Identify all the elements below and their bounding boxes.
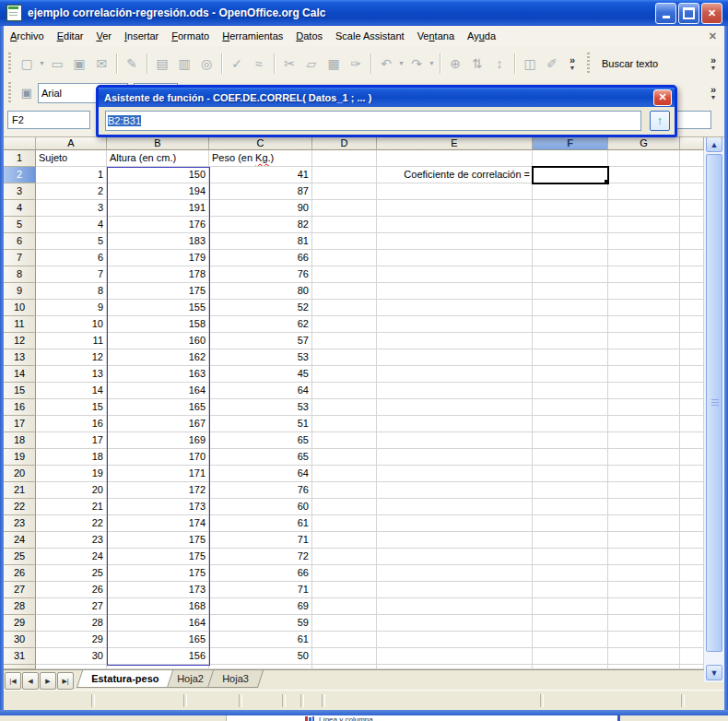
cell-D15[interactable] [312, 383, 377, 399]
cell-D27[interactable] [312, 582, 377, 598]
sheet-tab-estatura-peso[interactable]: Estatura-peso [76, 670, 174, 688]
hyperlink-icon[interactable]: ⊕ [445, 53, 465, 74]
cell-E18[interactable] [377, 432, 533, 449]
row-header-28[interactable]: 28 [4, 598, 36, 615]
cell-B28[interactable]: 168 [107, 598, 209, 615]
cell-A15[interactable]: 14 [36, 383, 107, 399]
column-header-A[interactable]: A [36, 136, 107, 150]
save-icon[interactable]: ▣ [69, 53, 89, 74]
cell-B11[interactable]: 158 [107, 316, 209, 333]
cell-C7[interactable]: 66 [209, 250, 312, 266]
sheet-tab-hoja3[interactable]: Hoja3 [207, 670, 264, 688]
cell-F2[interactable] [533, 167, 608, 183]
paste-icon[interactable]: ▦ [323, 53, 344, 74]
styles-and-formatting-icon[interactable]: ▣ [18, 84, 36, 102]
row-header-27[interactable]: 27 [4, 582, 36, 598]
cell-B24[interactable]: 175 [107, 532, 209, 549]
cell-A3[interactable]: 2 [36, 183, 107, 200]
menu-item-herramientas[interactable]: Herramientas [216, 28, 289, 44]
cell-F23[interactable] [533, 515, 608, 532]
cell-H21[interactable] [680, 482, 704, 499]
cell-G5[interactable] [608, 217, 680, 233]
cell-A19[interactable]: 18 [36, 449, 107, 466]
column-header-C[interactable]: C [209, 136, 312, 150]
cell-C13[interactable]: 53 [209, 349, 312, 366]
cell-E11[interactable] [377, 316, 533, 333]
cell-A24[interactable]: 23 [36, 532, 107, 549]
cell-D12[interactable] [312, 333, 377, 349]
cell-F9[interactable] [533, 283, 608, 300]
row-header-11[interactable]: 11 [4, 316, 36, 333]
cell-C1[interactable]: Peso (en Kg.) [209, 150, 312, 167]
cell-B18[interactable]: 169 [107, 432, 209, 449]
cell-D5[interactable] [312, 217, 377, 233]
cell-G14[interactable] [608, 366, 680, 383]
cell-G18[interactable] [608, 432, 680, 449]
cell-D21[interactable] [312, 482, 377, 499]
formatting-toolbar-gripper[interactable] [6, 82, 13, 104]
cell-G20[interactable] [608, 466, 680, 482]
cell-G31[interactable] [608, 648, 680, 665]
new-document-icon[interactable]: ▢ [17, 53, 37, 74]
cell-A23[interactable]: 22 [36, 515, 107, 532]
cell-E24[interactable] [377, 532, 533, 549]
cell-C28[interactable]: 69 [209, 598, 312, 615]
cell-G9[interactable] [608, 283, 680, 300]
cell-C2[interactable]: 41 [209, 167, 312, 183]
close-button[interactable]: ✕ [701, 3, 722, 24]
cell-A25[interactable]: 24 [36, 549, 107, 565]
cell-B7[interactable]: 179 [107, 250, 209, 266]
cell-H23[interactable] [680, 515, 704, 532]
cut-icon[interactable]: ✂ [279, 53, 299, 74]
format-paintbrush-icon[interactable]: ✑ [346, 53, 366, 74]
cell-A1[interactable]: Sujeto [36, 150, 107, 167]
cell-A12[interactable]: 11 [36, 333, 107, 349]
sort-ascending-icon[interactable]: ⇅ [467, 53, 487, 74]
cell-H16[interactable] [680, 399, 704, 416]
cell-H9[interactable] [680, 283, 704, 300]
row-header-23[interactable]: 23 [4, 515, 36, 532]
print-icon[interactable]: ▥ [174, 53, 194, 74]
cell-E6[interactable] [377, 233, 533, 250]
column-header-F[interactable]: F [533, 136, 608, 150]
cell-D4[interactable] [312, 200, 377, 217]
cell-B12[interactable]: 160 [107, 333, 209, 349]
vertical-scrollbar[interactable]: ▲ ▼ [704, 136, 724, 682]
row-header-15[interactable]: 15 [4, 383, 36, 399]
cell-A29[interactable]: 28 [36, 615, 107, 632]
cell-D11[interactable] [312, 316, 377, 333]
formatting-overflow-button[interactable]: » ▼ [706, 80, 721, 105]
column-header-E[interactable]: E [377, 136, 533, 150]
cell-D8[interactable] [312, 266, 377, 283]
cell-C24[interactable]: 71 [209, 532, 312, 549]
cell-H29[interactable] [680, 615, 704, 632]
cell-A31[interactable]: 30 [36, 648, 107, 665]
cell-A21[interactable]: 20 [36, 482, 107, 499]
cell-F3[interactable] [533, 183, 608, 200]
cell-F10[interactable] [533, 300, 608, 316]
undo-dropdown-arrow[interactable]: ▼ [397, 53, 405, 74]
cell-B15[interactable]: 164 [107, 383, 209, 399]
cell-H28[interactable] [680, 598, 704, 615]
cell-E17[interactable] [377, 416, 533, 432]
cell-D1[interactable] [312, 150, 377, 167]
minimize-button[interactable] [655, 3, 676, 24]
cell-G10[interactable] [608, 300, 680, 316]
column-header-H[interactable] [680, 136, 704, 150]
cell-B27[interactable]: 173 [107, 582, 209, 598]
cell-G19[interactable] [608, 449, 680, 466]
sort-descending-icon[interactable]: ↕ [489, 53, 510, 74]
cell-C12[interactable]: 57 [209, 333, 312, 349]
menu-item-ventana[interactable]: Ventana [411, 28, 461, 44]
cell-F25[interactable] [533, 549, 608, 565]
cell-G4[interactable] [608, 200, 680, 217]
document-as-email-icon[interactable]: ✉ [91, 53, 112, 74]
cell-B6[interactable]: 183 [107, 233, 209, 250]
cell-A2[interactable]: 1 [36, 167, 107, 183]
toolbar-overflow-button[interactable]: » ▼ [565, 51, 580, 77]
cell-E9[interactable] [377, 283, 533, 300]
cell-E2[interactable]: Coeficiente de correlación = [377, 167, 533, 183]
cell-G6[interactable] [608, 233, 680, 250]
cell-F11[interactable] [533, 316, 608, 333]
cell-D19[interactable] [312, 449, 377, 466]
